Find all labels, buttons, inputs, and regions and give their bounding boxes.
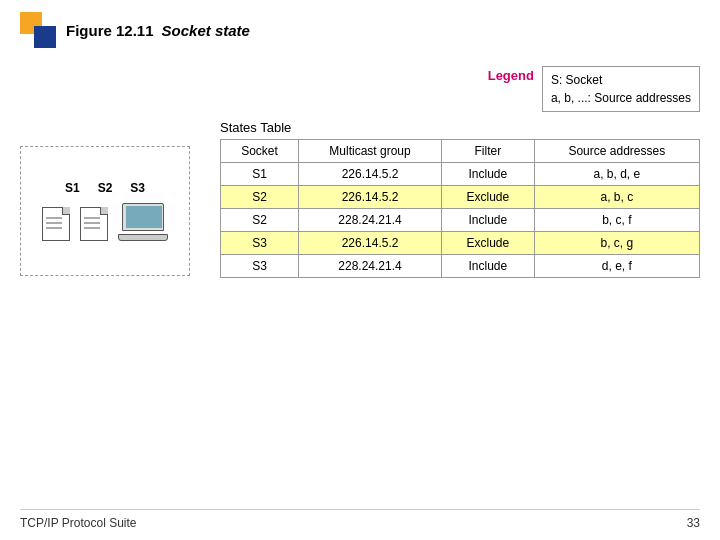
figure-title: Socket state: [162, 22, 250, 39]
legend-line2: a, b, ...: Source addresses: [551, 89, 691, 107]
cell-sources: a, b, c: [534, 186, 699, 209]
legend-label: Legend: [488, 68, 534, 83]
left-panel: S1 S2 S3: [20, 66, 200, 278]
cell-multicast: 228.24.21.4: [299, 255, 442, 278]
table-row: S2228.24.21.4Includeb, c, f: [221, 209, 700, 232]
cell-sources: d, e, f: [534, 255, 699, 278]
col-sources: Source addresses: [534, 140, 699, 163]
devices-row: [42, 203, 168, 241]
cell-socket: S2: [221, 186, 299, 209]
label-s3: S3: [130, 181, 145, 195]
footer: TCP/IP Protocol Suite 33: [20, 509, 700, 530]
figure-label: Figure 12.11: [66, 22, 154, 39]
col-filter: Filter: [442, 140, 535, 163]
cell-sources: a, b, d, e: [534, 163, 699, 186]
col-multicast: Multicast group: [299, 140, 442, 163]
cell-filter: Exclude: [442, 186, 535, 209]
table-row: S3226.14.5.2Excludeb, c, g: [221, 232, 700, 255]
label-s2: S2: [98, 181, 113, 195]
legend-line1: S: Socket: [551, 71, 691, 89]
main-content: S1 S2 S3: [0, 56, 720, 278]
cell-filter: Include: [442, 209, 535, 232]
table-row: S3228.24.21.4Included, e, f: [221, 255, 700, 278]
legend-box: S: Socket a, b, ...: Source addresses: [542, 66, 700, 112]
header: Figure 12.11 Socket state: [0, 0, 720, 56]
table-title: States Table: [220, 120, 700, 135]
col-socket: Socket: [221, 140, 299, 163]
device-labels: S1 S2 S3: [65, 181, 145, 195]
cell-multicast: 228.24.21.4: [299, 209, 442, 232]
s1-doc-icon: [42, 207, 70, 241]
table-header-row: Socket Multicast group Filter Source add…: [221, 140, 700, 163]
cell-socket: S3: [221, 255, 299, 278]
cell-filter: Include: [442, 163, 535, 186]
cell-socket: S2: [221, 209, 299, 232]
footer-right: 33: [687, 516, 700, 530]
cell-socket: S3: [221, 232, 299, 255]
device-illustration: S1 S2 S3: [20, 146, 190, 276]
right-panel: Legend S: Socket a, b, ...: Source addre…: [220, 66, 700, 278]
legend-area: Legend S: Socket a, b, ...: Source addre…: [220, 66, 700, 112]
s2-doc-icon: [80, 207, 108, 241]
cell-multicast: 226.14.5.2: [299, 186, 442, 209]
cell-multicast: 226.14.5.2: [299, 232, 442, 255]
footer-left: TCP/IP Protocol Suite: [20, 516, 137, 530]
cell-socket: S1: [221, 163, 299, 186]
cell-sources: b, c, g: [534, 232, 699, 255]
s3-laptop-icon: [118, 203, 168, 241]
header-decoration: [20, 12, 56, 48]
cell-sources: b, c, f: [534, 209, 699, 232]
cell-filter: Include: [442, 255, 535, 278]
table-row: S1226.14.5.2Includea, b, d, e: [221, 163, 700, 186]
cell-filter: Exclude: [442, 232, 535, 255]
table-row: S2226.14.5.2Excludea, b, c: [221, 186, 700, 209]
cell-multicast: 226.14.5.2: [299, 163, 442, 186]
label-s1: S1: [65, 181, 80, 195]
states-table: Socket Multicast group Filter Source add…: [220, 139, 700, 278]
